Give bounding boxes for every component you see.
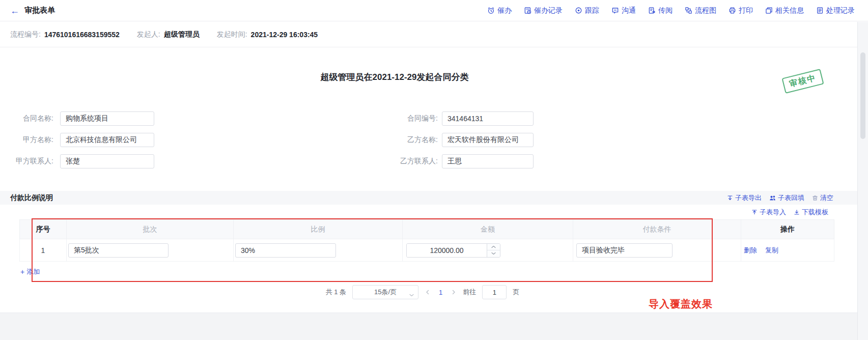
amount-spinner <box>487 244 500 257</box>
subtable-section-title: 付款比例说明 <box>10 193 53 203</box>
col-batch: 批次 <box>67 220 234 239</box>
chat-icon <box>611 7 619 14</box>
initiate-time: 发起时间: 2021-12-29 16:03:45 <box>217 30 318 39</box>
party-b-name-input[interactable] <box>442 133 534 147</box>
flowchart-button[interactable]: 流程图 <box>685 6 716 15</box>
initiator: 发起人: 超级管理员 <box>137 30 200 39</box>
table-row: 1 <box>20 239 834 262</box>
field-contract-number: 合同编号: <box>385 111 534 126</box>
urge-record-button[interactable]: 催办记录 <box>524 6 563 15</box>
subtable-toolbar-row2: 子表导入 下载模板 <box>751 208 828 217</box>
current-page[interactable]: 1 <box>437 289 444 296</box>
field-party-b-name: 乙方名称: <box>385 133 534 147</box>
amount-number-input <box>406 243 500 258</box>
chevron-down-icon <box>409 291 414 298</box>
urge-record-icon <box>524 7 531 14</box>
table-header-row: 序号 批次 比例 金额 付款条件 操作 <box>20 220 834 239</box>
subtable-export-button[interactable]: 子表导出 <box>727 193 762 203</box>
row-index: 1 <box>20 239 67 262</box>
pagination: 共 1 条 15条/页 1 前往 页 <box>0 285 845 299</box>
next-page-icon[interactable] <box>451 290 457 295</box>
related-info-button[interactable]: 相关信息 <box>765 6 804 15</box>
col-actions: 操作 <box>741 220 834 239</box>
process-number: 流程编号: 1476101616683159552 <box>10 30 120 39</box>
import-icon <box>751 209 758 215</box>
delete-row-button[interactable]: 删除 <box>744 246 757 255</box>
spinner-up-icon[interactable] <box>487 244 500 250</box>
row-actions: 删除 复制 <box>741 246 834 255</box>
print-button[interactable]: 打印 <box>729 6 753 15</box>
form-content: 超级管理员在2021-12-29发起合同分类 审核中 合同名称: 甲方名称: 甲… <box>0 48 857 313</box>
download-template-icon <box>794 209 800 215</box>
plus-icon: + <box>20 268 24 275</box>
field-contract-name: 合同名称: <box>0 111 154 126</box>
communicate-button[interactable]: 沟通 <box>611 6 636 15</box>
download-template-button[interactable]: 下载模板 <box>794 208 828 217</box>
circulate-icon <box>648 7 656 14</box>
subtable-toolbar-row1: 子表导出 子表回填 清空 <box>727 193 833 203</box>
subtable-clear-button[interactable]: 清空 <box>812 193 833 203</box>
goto-page-input[interactable] <box>482 285 507 299</box>
related-info-icon <box>765 7 773 14</box>
amount-input[interactable] <box>407 244 487 257</box>
contract-name-input[interactable] <box>60 111 154 126</box>
circulate-button[interactable]: 传阅 <box>648 6 673 15</box>
process-info-bar: 流程编号: 1476101616683159552 发起人: 超级管理员 发起时… <box>0 22 857 47</box>
print-icon <box>729 7 736 14</box>
page-unit-label: 页 <box>513 288 519 297</box>
page-title: 审批表单 <box>24 6 55 15</box>
scrollbar-thumb[interactable] <box>860 52 865 139</box>
field-party-b-contact: 乙方联系人: <box>385 154 534 168</box>
contract-number-input[interactable] <box>442 111 534 126</box>
export-icon <box>727 195 733 201</box>
party-a-contact-input[interactable] <box>60 154 154 168</box>
copy-row-button[interactable]: 复制 <box>765 246 778 255</box>
prev-page-icon[interactable] <box>425 290 431 295</box>
page-background-bottom <box>0 313 857 340</box>
urge-button[interactable]: 催办 <box>487 6 512 15</box>
col-amount: 金额 <box>403 220 573 239</box>
backfill-icon <box>769 195 776 201</box>
subtable-backfill-button[interactable]: 子表回填 <box>769 193 804 203</box>
page-size-select[interactable]: 15条/页 <box>352 285 418 299</box>
top-toolbar: 催办 催办记录 跟踪 沟通 传阅 流程图 <box>487 6 855 15</box>
col-condition: 付款条件 <box>573 220 741 239</box>
batch-input[interactable] <box>68 243 169 258</box>
add-row-button[interactable]: + 添加 <box>20 267 40 276</box>
top-bar: ← 审批表单 催办 催办记录 跟踪 沟通 传阅 <box>0 0 868 21</box>
party-b-contact-input[interactable] <box>442 154 534 168</box>
trash-icon <box>812 195 818 201</box>
subtable-import-button[interactable]: 子表导入 <box>751 208 786 217</box>
process-record-icon <box>816 7 824 14</box>
back-arrow-icon[interactable]: ← <box>10 6 19 15</box>
scrollbar-track[interactable] <box>857 22 868 340</box>
payment-ratio-table: 序号 批次 比例 金额 付款条件 操作 1 <box>19 219 834 262</box>
field-party-a-name: 甲方名称: <box>0 133 154 147</box>
total-count: 共 1 条 <box>326 288 346 297</box>
alarm-icon <box>487 7 495 14</box>
party-a-name-input[interactable] <box>60 133 154 147</box>
goto-label: 前往 <box>463 288 476 297</box>
track-button[interactable]: 跟踪 <box>575 6 599 15</box>
form-title: 超级管理员在2021-12-29发起合同分类 <box>0 71 789 83</box>
spinner-down-icon[interactable] <box>487 250 500 257</box>
track-icon <box>575 7 582 14</box>
condition-input[interactable] <box>576 243 673 258</box>
ratio-input[interactable] <box>235 243 336 258</box>
process-record-button[interactable]: 处理记录 <box>816 6 855 15</box>
col-ratio: 比例 <box>234 220 403 239</box>
annotation-text: 导入覆盖效果 <box>630 297 713 311</box>
approval-form-page: ← 审批表单 催办 催办记录 跟踪 沟通 传阅 <box>0 0 868 340</box>
col-index: 序号 <box>20 220 67 239</box>
field-party-a-contact: 甲方联系人: <box>0 154 154 168</box>
flowchart-icon <box>685 7 692 14</box>
